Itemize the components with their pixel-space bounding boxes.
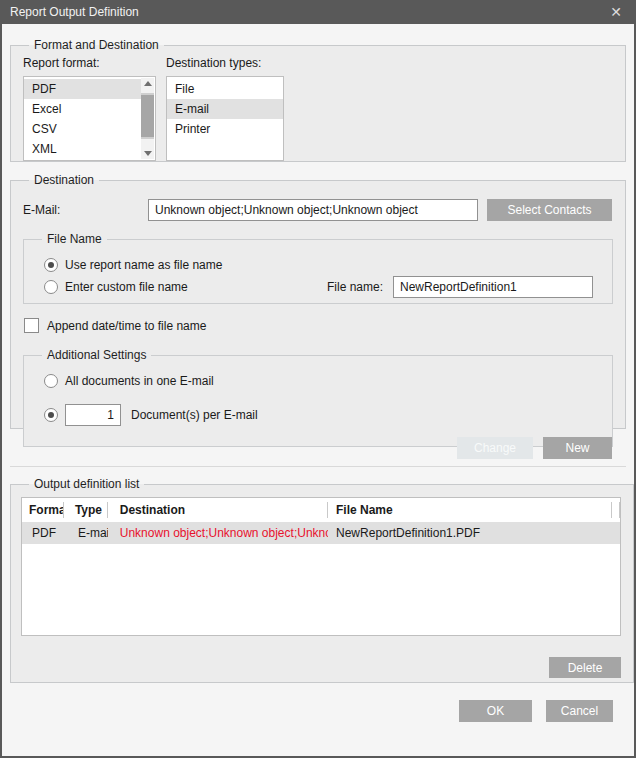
change-button: Change	[457, 437, 533, 459]
all-docs-one-email-label: All documents in one E-mail	[65, 374, 214, 388]
report-format-scrollbar[interactable]	[141, 78, 154, 159]
scrollbar-track[interactable]	[141, 89, 154, 148]
destination-type-option-printer[interactable]: Printer	[167, 119, 283, 139]
report-output-definition-dialog: Report Output Definition ✕ Format and De…	[0, 0, 636, 758]
table-header: Format Type Destination File Name	[22, 498, 620, 522]
destination-types-listbox: File E-mail Printer	[166, 76, 284, 161]
column-header-format[interactable]: Format	[22, 502, 64, 518]
scrollbar-thumb[interactable]	[141, 93, 154, 139]
docs-per-email-input[interactable]	[65, 404, 121, 426]
docs-per-email-radio[interactable]	[44, 408, 58, 422]
file-name-input[interactable]	[393, 276, 593, 298]
column-header-file-name[interactable]: File Name	[328, 502, 612, 518]
column-header-filler	[612, 502, 620, 518]
additional-settings-legend: Additional Settings	[42, 348, 151, 362]
titlebar: Report Output Definition ✕	[0, 0, 636, 24]
format-and-destination-legend: Format and Destination	[29, 38, 164, 52]
cancel-button[interactable]: Cancel	[546, 700, 613, 722]
use-report-name-radio[interactable]	[44, 258, 58, 272]
file-name-legend: File Name	[42, 232, 107, 246]
report-format-option-xml[interactable]: XML	[24, 139, 141, 159]
enter-custom-name-label: Enter custom file name	[65, 280, 188, 294]
format-and-destination-group: Format and Destination Report format: PD…	[10, 38, 626, 162]
enter-custom-name-radio[interactable]	[44, 280, 58, 294]
email-input[interactable]	[148, 199, 478, 221]
delete-button[interactable]: Delete	[549, 657, 621, 678]
use-report-name-label: Use report name as file name	[65, 258, 222, 272]
dialog-footer: OK Cancel	[10, 700, 626, 722]
scroll-up-icon[interactable]	[141, 78, 154, 89]
output-definition-list-legend: Output definition list	[29, 477, 144, 491]
window-title: Report Output Definition	[10, 5, 139, 19]
row-file-name-cell: NewReportDefinition1.PDF	[328, 526, 612, 540]
docs-per-email-label: Document(s) per E-mail	[131, 408, 258, 422]
report-format-listbox: PDF Excel CSV XML	[23, 76, 156, 161]
report-format-option-csv[interactable]: CSV	[24, 119, 141, 139]
destination-type-option-email[interactable]: E-mail	[167, 99, 283, 119]
append-datetime-checkbox[interactable]	[24, 318, 39, 333]
ok-button[interactable]: OK	[459, 700, 532, 722]
output-definition-table: Format Type Destination File Name PDF E-…	[21, 497, 621, 636]
email-label: E-Mail:	[23, 203, 148, 217]
select-contacts-button[interactable]: Select Contacts	[487, 199, 612, 221]
report-format-option-excel[interactable]: Excel	[24, 99, 141, 119]
file-name-label: File name:	[327, 280, 383, 294]
close-icon[interactable]: ✕	[606, 3, 626, 21]
destination-group: Destination E-Mail: Select Contacts File…	[10, 173, 626, 429]
report-format-option-pdf[interactable]: PDF	[24, 79, 141, 99]
additional-settings-group: Additional Settings All documents in one…	[23, 348, 613, 447]
output-definition-list-group: Output definition list Format Type Desti…	[10, 477, 634, 683]
dialog-body: Format and Destination Report format: PD…	[2, 24, 634, 756]
row-destination-cell: Unknown object;Unknown object;Unknown ob…	[108, 526, 328, 540]
all-docs-one-email-radio[interactable]	[44, 374, 58, 388]
file-name-group: File Name Use report name as file name E…	[23, 232, 613, 304]
column-header-type[interactable]: Type	[64, 502, 108, 518]
destination-type-option-file[interactable]: File	[167, 79, 283, 99]
definition-actions: Change New	[10, 437, 626, 459]
new-button[interactable]: New	[543, 437, 612, 459]
report-format-label: Report format:	[23, 56, 156, 70]
row-format-cell: PDF	[22, 526, 64, 540]
append-datetime-label: Append date/time to file name	[47, 319, 206, 333]
table-row[interactable]: PDF E-mail Unknown object;Unknown object…	[22, 522, 620, 544]
destination-types-label: Destination types:	[166, 56, 284, 70]
column-header-destination[interactable]: Destination	[108, 502, 328, 518]
scroll-down-icon[interactable]	[141, 148, 154, 159]
row-type-cell: E-mail	[64, 526, 108, 540]
section-divider	[10, 466, 626, 467]
destination-legend: Destination	[29, 173, 99, 187]
